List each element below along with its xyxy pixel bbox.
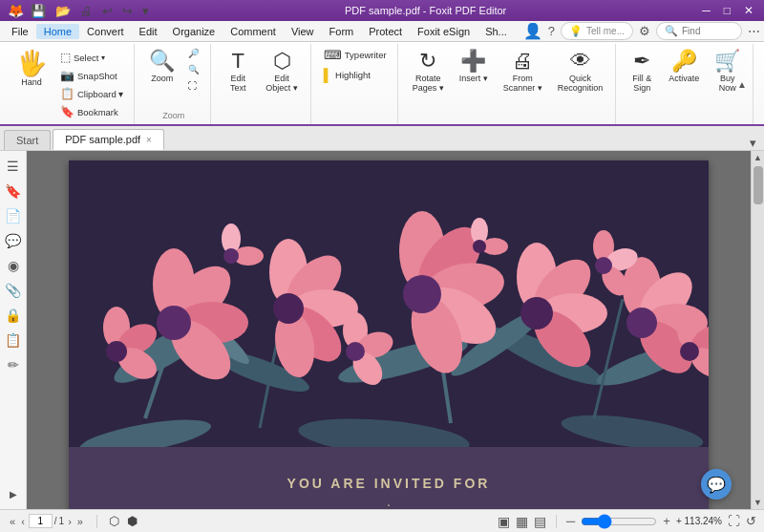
select-chevron-icon: ▾ — [101, 53, 105, 62]
flowers-svg — [69, 160, 709, 447]
edit-object-label: EditObject ▾ — [265, 74, 298, 93]
total-pages-text: 1 — [59, 516, 65, 526]
snapshot-button[interactable]: 📷 SnapShot — [55, 67, 128, 84]
ribbon-row-pages: ↻ RotatePages ▾ ➕ Insert ▾ 🖨 FromScanner… — [406, 46, 610, 120]
rotate-pages-button[interactable]: ↻ RotatePages ▾ — [406, 46, 451, 97]
qa-undo-icon[interactable]: ↩ — [99, 3, 116, 19]
menu-organize[interactable]: Organize — [165, 24, 223, 39]
zoom-group-label: Zoom — [142, 109, 204, 120]
sidebar-attachments-icon[interactable]: 📎 — [2, 279, 25, 302]
fit-page-icon: ⛶ — [188, 80, 198, 91]
zoom-out-button[interactable]: 🔍 — [183, 62, 204, 76]
prev-page-button[interactable]: ‹ — [19, 516, 27, 527]
fit-page-button[interactable]: ⛶ — [183, 78, 204, 93]
last-page-button[interactable]: » — [75, 516, 85, 527]
status-right: ▣ ▦ ▤ ─ + + 113.24% ⛶ ↺ — [498, 514, 756, 529]
sidebar-security-icon[interactable]: 🔒 — [2, 304, 25, 327]
menu-protect[interactable]: Protect — [361, 24, 410, 39]
tab-scroll-right-icon[interactable]: ▾ — [746, 136, 760, 150]
minimize-button[interactable]: ─ — [699, 4, 713, 17]
bookmark-icon: 🔖 — [60, 105, 74, 118]
first-page-button[interactable]: « — [8, 516, 17, 527]
chat-icon: 💬 — [707, 476, 726, 494]
edit-text-button[interactable]: T EditText — [219, 46, 257, 97]
current-page-input[interactable] — [29, 514, 53, 528]
sidebar-pages-icon[interactable]: 📄 — [2, 204, 25, 227]
hand-button[interactable]: 🖐 Hand — [10, 46, 53, 92]
fit-page-icon[interactable]: ⬢ — [127, 514, 138, 528]
clipboard-button[interactable]: 📋 Clipboard ▾ — [55, 85, 128, 102]
typewriter-icon: ⌨ — [324, 48, 342, 62]
view-double-icon[interactable]: ▦ — [516, 514, 528, 529]
insert-button[interactable]: ➕ Insert ▾ — [453, 46, 495, 88]
sidebar-navigation-icon[interactable]: ☰ — [2, 155, 25, 178]
fit-window-icon[interactable]: ⛶ — [728, 514, 740, 528]
menu-edit[interactable]: Edit — [132, 24, 165, 39]
highlight-button[interactable]: ▌ Highlight — [319, 66, 375, 84]
fill-sign-button[interactable]: ✒ Fill &Sign — [624, 46, 660, 97]
zoom-button[interactable]: 🔍 Zoom — [142, 46, 181, 88]
view-scroll-icon[interactable]: ▤ — [534, 514, 546, 529]
clipboard-icon: 📋 — [60, 87, 74, 100]
bookmark-button[interactable]: 🔖 Bookmark — [55, 103, 128, 120]
tab-pdf-sample[interactable]: PDF sample.pdf × — [53, 129, 164, 150]
menu-convert[interactable]: Convert — [79, 24, 132, 39]
menu-foxit-esign[interactable]: Foxit eSign — [410, 24, 478, 39]
user-account-icon[interactable]: 👤 — [523, 22, 542, 40]
help-icon[interactable]: ? — [548, 24, 555, 38]
menu-file[interactable]: File — [4, 24, 36, 39]
find-input[interactable] — [682, 26, 739, 36]
sidebar-layers-icon[interactable]: ◉ — [2, 254, 25, 277]
buy-now-button[interactable]: 🛒 BuyNow — [708, 46, 747, 97]
sidebar-bookmarks-icon[interactable]: 🔖 — [2, 180, 25, 202]
quick-recognition-button[interactable]: 👁 QuickRecognition — [551, 46, 610, 97]
from-scanner-button[interactable]: 🖨 FromScanner ▾ — [497, 46, 549, 97]
options-icon[interactable]: ⋯ — [748, 24, 760, 38]
vertical-scrollbar: ▲ ▼ — [751, 151, 764, 509]
ribbon-group-comment: ⌨ Typewriter ▌ Highlight — [313, 44, 398, 124]
sidebar-comments-icon[interactable]: 💬 — [2, 229, 25, 252]
ribbon-group-pages: ↻ RotatePages ▾ ➕ Insert ▾ 🖨 FromScanner… — [400, 44, 617, 124]
fit-width-icon[interactable]: ⬡ — [109, 514, 119, 528]
menu-comment[interactable]: Comment — [223, 24, 284, 39]
qa-open-icon[interactable]: 📂 — [53, 3, 74, 19]
qa-print-icon[interactable]: 🖨 — [77, 3, 96, 19]
sidebar-forms-icon[interactable]: 📋 — [2, 329, 25, 351]
zoom-out-status-icon[interactable]: ─ — [566, 514, 575, 528]
scroll-up-button[interactable]: ▲ — [752, 151, 764, 164]
chat-bubble-button[interactable]: 💬 — [701, 469, 732, 500]
zoom-slider[interactable] — [581, 514, 657, 529]
pdf-page: YOU ARE INVITED FOR · Dinner — [69, 160, 709, 509]
qa-more-icon[interactable]: ▾ — [139, 3, 152, 19]
view-single-icon[interactable]: ▣ — [498, 514, 510, 529]
qa-redo-icon[interactable]: ↪ — [119, 3, 136, 19]
activate-button[interactable]: 🔑 Activate — [662, 46, 706, 88]
zoom-in-button[interactable]: 🔎 — [183, 46, 204, 60]
ribbon-collapse-icon[interactable]: ▲ — [737, 79, 747, 90]
tab-start[interactable]: Start — [4, 130, 51, 150]
ribbon-settings-icon[interactable]: ⚙ — [639, 24, 650, 38]
sidebar-expand-icon[interactable]: ▶ — [2, 482, 25, 505]
maximize-button[interactable]: □ — [721, 4, 733, 17]
title-bar-left: 🦊 💾 📂 🖨 ↩ ↪ ▾ — [8, 3, 152, 19]
menu-bar: File Home Convert Edit Organize Comment … — [0, 21, 764, 42]
fill-sign-icon: ✒ — [633, 51, 650, 72]
qa-save-icon[interactable]: 💾 — [28, 3, 49, 19]
scroll-down-button[interactable]: ▼ — [752, 496, 764, 509]
scroll-thumb[interactable] — [753, 166, 763, 204]
menu-view[interactable]: View — [284, 24, 322, 39]
fill-sign-label: Fill &Sign — [632, 74, 651, 93]
menu-form[interactable]: Form — [322, 24, 362, 39]
zoom-icon: 🔍 — [149, 51, 175, 72]
rotate-view-icon[interactable]: ↺ — [746, 514, 756, 528]
sidebar-edit-icon[interactable]: ✏ — [2, 353, 25, 376]
menu-home[interactable]: Home — [36, 24, 79, 39]
menu-share[interactable]: Sh... — [478, 24, 515, 39]
typewriter-button[interactable]: ⌨ Typewriter — [319, 46, 392, 64]
select-button[interactable]: ⬚ Select ▾ — [55, 49, 128, 66]
close-button[interactable]: ✕ — [741, 4, 756, 17]
edit-object-button[interactable]: ⬡ EditObject ▾ — [259, 46, 305, 97]
tab-close-button[interactable]: × — [146, 135, 152, 145]
next-page-button[interactable]: › — [66, 516, 74, 527]
zoom-in-status-icon[interactable]: + — [663, 514, 670, 528]
